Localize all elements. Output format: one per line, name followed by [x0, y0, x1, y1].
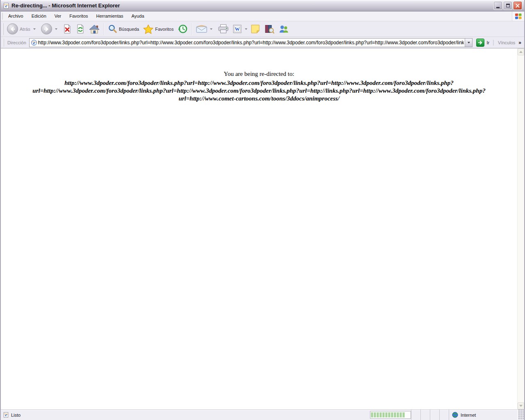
- menu-archivo[interactable]: Archivo: [4, 11, 27, 21]
- menu-bar: Archivo Edición Ver Favoritos Herramient…: [1, 11, 524, 21]
- dropdown-icon: [468, 42, 470, 43]
- standard-toolbar: Atrás: [1, 21, 524, 37]
- security-zone-pane: Internet: [449, 410, 518, 420]
- globe-icon: [452, 412, 458, 418]
- address-dropdown-button[interactable]: [465, 39, 472, 47]
- browser-window: e Re-directing... - Microsoft Internet E…: [0, 0, 525, 420]
- scroll-up-button[interactable]: [518, 48, 524, 55]
- stop-icon: [63, 24, 72, 34]
- ie-page-icon: e: [31, 39, 37, 46]
- status-bar: e Listo Internet: [1, 409, 524, 420]
- address-field: e: [29, 38, 473, 47]
- url-input[interactable]: [37, 40, 465, 46]
- research-button[interactable]: [262, 23, 276, 35]
- word-edit-icon: W: [233, 25, 242, 33]
- history-button[interactable]: [176, 23, 190, 35]
- messenger-icon: [278, 24, 289, 34]
- forward-dropdown-icon[interactable]: [55, 28, 57, 30]
- redirect-url-line: url=http://www.3dpoder.com/foro3dpoder/l…: [1, 87, 517, 95]
- title-bar[interactable]: e Re-directing... - Microsoft Internet E…: [1, 0, 524, 11]
- minimize-button[interactable]: [493, 1, 502, 10]
- menu-ayuda[interactable]: Ayuda: [128, 11, 148, 21]
- status-message-pane: e Listo: [1, 410, 370, 420]
- note-icon: [251, 24, 260, 34]
- favorites-icon: [143, 24, 153, 34]
- forward-icon: [41, 23, 52, 34]
- links-chevron-icon[interactable]: »: [518, 40, 521, 46]
- status-pane: [439, 410, 449, 420]
- history-icon: [178, 24, 188, 34]
- menu-herramientas[interactable]: Herramientas: [92, 11, 128, 21]
- mail-dropdown-icon[interactable]: [210, 28, 212, 30]
- back-dropdown-icon[interactable]: [33, 28, 36, 30]
- window-title: Re-directing... - Microsoft Internet Exp…: [11, 2, 493, 9]
- mail-icon: [196, 25, 207, 33]
- discuss-button[interactable]: [249, 23, 262, 34]
- svg-text:W: W: [235, 26, 240, 32]
- menu-favoritos[interactable]: Favoritos: [65, 11, 92, 21]
- addressbar-grip[interactable]: [3, 39, 4, 47]
- svg-text:e: e: [5, 3, 7, 8]
- status-pane: [411, 410, 420, 420]
- toolbar-grip[interactable]: [2, 23, 4, 35]
- home-button[interactable]: [87, 23, 102, 35]
- address-bar: Dirección e Ir Vínculos: [1, 37, 524, 48]
- favorites-label: Favoritos: [155, 27, 173, 32]
- zone-label: Internet: [461, 413, 476, 418]
- svg-text:e: e: [5, 413, 7, 417]
- search-icon: [108, 24, 117, 34]
- status-text: Listo: [11, 413, 21, 418]
- status-pane: [420, 410, 430, 420]
- scroll-down-button[interactable]: [518, 402, 524, 409]
- redirect-heading: You are being re-directed to:: [1, 71, 517, 78]
- address-label: Dirección: [5, 40, 29, 45]
- print-button[interactable]: [216, 23, 231, 34]
- search-button[interactable]: Búsqueda: [106, 23, 142, 34]
- close-button[interactable]: [513, 1, 522, 10]
- home-icon: [89, 24, 100, 34]
- maximize-icon: [506, 4, 510, 7]
- vertical-scrollbar[interactable]: [517, 48, 524, 409]
- status-pane: [430, 410, 439, 420]
- ie-page-icon: e: [3, 412, 9, 418]
- svg-text:e: e: [33, 40, 35, 45]
- progress-bar: [370, 411, 411, 419]
- windows-logo-icon: [512, 11, 524, 21]
- messenger-button[interactable]: [276, 23, 291, 35]
- stop-button[interactable]: [61, 23, 74, 35]
- chevron-down-icon: [519, 405, 523, 407]
- refresh-button[interactable]: [74, 23, 87, 35]
- print-icon: [218, 24, 229, 34]
- forward-button[interactable]: [39, 23, 61, 35]
- redirect-url-line: http://www.3dpoder.com/foro3dpoder/links…: [1, 79, 517, 87]
- search-label: Búsqueda: [119, 27, 139, 32]
- research-icon: [264, 24, 274, 34]
- redirect-url-line: url=http://www.comet-cartoons.com/toons/…: [1, 95, 517, 103]
- menu-edicion[interactable]: Edición: [27, 11, 50, 21]
- edit-dropdown-icon[interactable]: [245, 28, 247, 30]
- favorites-button[interactable]: Favoritos: [141, 23, 176, 35]
- close-icon: [516, 4, 520, 8]
- refresh-icon: [76, 24, 85, 34]
- links-label: Vínculos: [498, 40, 515, 45]
- links-bar[interactable]: Vínculos »: [493, 40, 523, 46]
- ie-page-icon: e: [3, 2, 9, 9]
- page-content: You are being re-directed to: http://www…: [1, 48, 524, 409]
- maximize-button[interactable]: [503, 1, 512, 10]
- go-button[interactable]: Ir: [472, 39, 493, 47]
- menubar-grip[interactable]: [2, 13, 3, 20]
- edit-word-button[interactable]: W: [231, 24, 244, 34]
- back-label: Atrás: [20, 27, 30, 32]
- minimize-icon: [496, 7, 500, 8]
- redirect-page: You are being re-directed to: http://www…: [1, 48, 517, 409]
- chevron-up-icon: [519, 51, 523, 53]
- back-button[interactable]: Atrás: [5, 23, 39, 35]
- resize-grip[interactable]: [518, 410, 524, 420]
- go-icon: [476, 39, 484, 47]
- go-label: Ir: [486, 40, 489, 45]
- menu-ver[interactable]: Ver: [50, 11, 66, 21]
- mail-button[interactable]: [194, 24, 216, 34]
- back-icon: [7, 23, 18, 34]
